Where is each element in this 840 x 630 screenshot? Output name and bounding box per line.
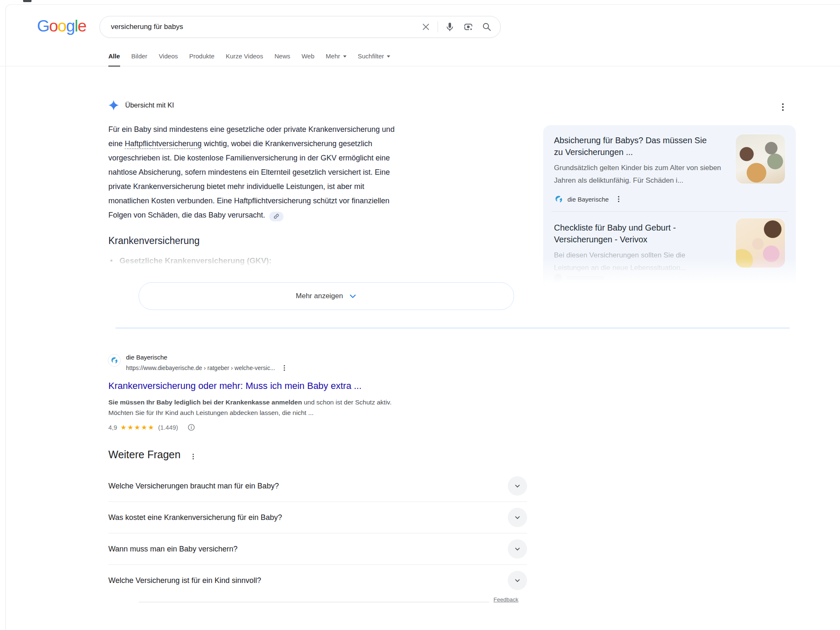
close-icon[interactable] [421, 22, 431, 32]
die-bayerische-lion-icon [554, 194, 563, 204]
related-questions-list: Welche Versicherungen braucht man für ei… [108, 470, 527, 596]
tab-label: Alle [108, 52, 120, 60]
question-text: Welche Versicherung ist für ein Kind sin… [108, 576, 261, 585]
ai-overview-subheading: Krankenversicherung [108, 235, 200, 247]
tab-suchfilter[interactable]: Suchfilter [358, 47, 391, 66]
site-url: https://www.diebayerische.de › ratgeber … [126, 362, 287, 373]
site-favicon [108, 354, 120, 366]
ai-overview-fading-item: •Gesetzliche Krankenversicherung (GKV): [110, 256, 271, 265]
logo-letter: g [66, 17, 74, 35]
link-icon[interactable] [269, 212, 284, 221]
three-dot-menu-icon[interactable] [617, 195, 621, 204]
result-snippet: Sie müssen Ihr Baby lediglich bei der Kr… [108, 397, 402, 418]
google-search-results-page: Google Alle Bilder Videos Produkte Kurze… [0, 0, 840, 630]
expand-question-button[interactable] [508, 571, 527, 590]
tab-bilder[interactable]: Bilder [131, 47, 147, 66]
ai-overview-header: Übersicht mit KI [108, 100, 174, 110]
search-input[interactable] [100, 17, 421, 37]
search-bar-icons [421, 21, 500, 32]
rating-stars: ★★★★★ [121, 424, 155, 431]
source-card-thumbnail[interactable] [736, 134, 785, 184]
logo-letter: o [49, 17, 58, 35]
three-dot-menu-icon[interactable] [780, 102, 785, 113]
feedback-divider [139, 602, 489, 602]
related-question-row[interactable]: Welche Versicherung ist für ein Kind sin… [108, 565, 527, 596]
question-text: Welche Versicherungen braucht man für ei… [108, 482, 279, 491]
question-text: Wann muss man ein Baby versichern? [108, 545, 237, 554]
google-logo[interactable]: Google [37, 17, 86, 35]
window-corner [5, 4, 13, 11]
related-question-row[interactable]: Wann muss man ein Baby versichern? [108, 533, 527, 565]
expand-question-button[interactable] [508, 539, 527, 559]
expand-question-button[interactable] [508, 508, 527, 527]
tab-web[interactable]: Web [302, 47, 315, 66]
tab-label: Videos [159, 52, 178, 60]
tab-mehr[interactable]: Mehr [326, 47, 346, 66]
tab-label: News [274, 52, 290, 60]
chevron-down-icon [349, 292, 357, 300]
tab-label: Mehr [326, 52, 340, 60]
ai-overview-sources-panel: Absicherung für Babys? Das müssen Sie zu… [543, 125, 796, 288]
related-question-row[interactable]: Welche Versicherungen braucht man für ei… [108, 470, 527, 502]
expand-question-button[interactable] [508, 476, 527, 496]
ai-overview-title: Übersicht mit KI [125, 101, 174, 109]
source-card[interactable]: Absicherung für Babys? Das müssen Sie zu… [554, 134, 722, 205]
tab-videos[interactable]: Videos [159, 47, 178, 66]
tab-label: Web [302, 52, 315, 60]
bullet-dot: • [110, 256, 113, 265]
tab-produkte[interactable]: Produkte [189, 47, 214, 66]
faded-source-row [554, 274, 604, 282]
ai-overview-paragraph: Für ein Baby sind mindestens eine gesetz… [108, 122, 404, 222]
search-tabs: Alle Bilder Videos Produkte Kurze Videos… [108, 47, 390, 66]
logo-letter: e [78, 17, 86, 35]
die-bayerische-lion-icon [110, 356, 118, 365]
snippet-bold: Sie müssen Ihr Baby lediglich bei der Kr… [108, 399, 302, 406]
microphone-icon[interactable] [445, 22, 455, 32]
search-bar[interactable] [100, 16, 501, 38]
chevron-down-icon [514, 514, 521, 521]
related-question-row[interactable]: Was kostet eine Krankenversicherung für … [108, 502, 527, 533]
tab-label: Suchfilter [358, 52, 384, 60]
show-more-button[interactable]: Mehr anzeigen [139, 282, 514, 310]
source-card-description: Bei diesen Versicherungen sollten Sie di… [554, 249, 722, 274]
tab-news[interactable]: News [274, 47, 290, 66]
tab-label: Bilder [131, 52, 147, 60]
source-card-title: Checkliste für Baby und Geburt - Versich… [554, 222, 714, 245]
rating-value: 4,9 [108, 424, 117, 431]
rating-count: (1.449) [158, 424, 178, 431]
source-card-title: Absicherung für Babys? Das müssen Sie zu… [554, 134, 714, 158]
logo-letter: l [74, 17, 77, 35]
logo-letter: o [58, 17, 66, 35]
site-info: die Bayerische https://www.diebayerische… [126, 354, 287, 373]
source-card-thumbnail[interactable] [736, 218, 785, 268]
three-dot-menu-icon[interactable] [191, 452, 195, 461]
site-name: die Bayerische [126, 354, 287, 361]
source-card-description: Grundsätzlich gelten Kinder bis zum Alte… [554, 162, 722, 187]
show-more-label: Mehr anzeigen [296, 292, 343, 300]
window-left-edge [5, 10, 6, 630]
tab-label: Produkte [189, 52, 214, 60]
result-rating: 4,9 ★★★★★ (1.449) [108, 423, 402, 431]
source-card-attribution[interactable]: die Bayerische [554, 194, 722, 205]
card-divider [551, 211, 788, 212]
tab-label: Kurze Videos [226, 52, 263, 60]
related-questions-title: Weitere Fragen [108, 449, 181, 461]
url-text: https://www.diebayerische.de › ratgeber … [126, 364, 275, 372]
three-dot-menu-icon[interactable] [282, 364, 286, 372]
tab-alle[interactable]: Alle [108, 47, 120, 66]
tab-kurze-videos[interactable]: Kurze Videos [226, 47, 263, 66]
ai-sparkle-icon [108, 100, 119, 110]
caret-down-icon [343, 55, 346, 58]
camera-lens-icon[interactable] [463, 22, 473, 32]
feedback-link[interactable]: Feedback [494, 596, 518, 603]
search-icon[interactable] [482, 22, 492, 32]
search-result: die Bayerische https://www.diebayerische… [108, 354, 402, 431]
result-title-link[interactable]: Krankenversicherung oder mehr: Muss ich … [108, 381, 402, 391]
question-text: Was kostet eine Krankenversicherung für … [108, 513, 282, 522]
ai-paragraph-link[interactable]: Haftpflichtversicherung [125, 139, 202, 149]
info-icon[interactable] [187, 423, 195, 431]
result-site-block[interactable]: die Bayerische https://www.diebayerische… [108, 354, 402, 373]
source-name: die Bayerische [567, 196, 609, 203]
source-card[interactable]: Checkliste für Baby und Geburt - Versich… [554, 222, 722, 274]
logo-letter: G [37, 17, 49, 35]
